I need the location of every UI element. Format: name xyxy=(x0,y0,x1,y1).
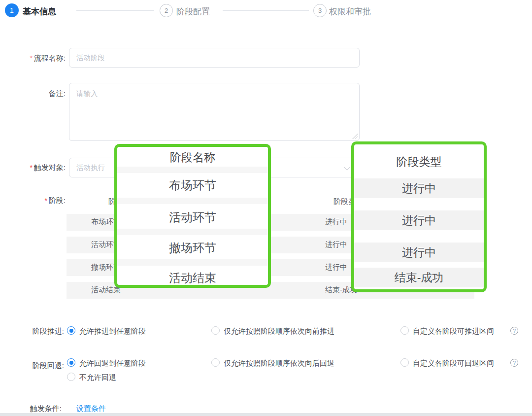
trigger-object-label: *触发对象: xyxy=(0,163,66,173)
step-connector-2 xyxy=(223,10,309,11)
stage-type-magnifier-callout: 阶段类型 进行中 进行中 进行中 结束-成功 xyxy=(351,141,487,292)
radio-advance-custom-label[interactable]: 自定义各阶段可推进区间 xyxy=(413,327,494,336)
callout-header: 阶段名称 xyxy=(117,150,268,165)
stage-label: *阶段: xyxy=(0,196,66,206)
callout-row: 布场环节 xyxy=(117,177,268,193)
stage-flow-wizard: 1 基本信息 2 阶段配置 3 权限和审批 *流程名称: 活动阶段 备注: 请输… xyxy=(0,0,532,416)
radio-rollback-any-label[interactable]: 允许回退到任意阶段 xyxy=(79,359,146,368)
resize-handle-icon[interactable] xyxy=(352,134,358,139)
help-icon[interactable]: ? xyxy=(510,359,518,367)
stage-advance-label: 阶段推进: xyxy=(0,327,64,336)
step-1-circle[interactable]: 1 xyxy=(5,3,19,17)
step-1-label[interactable]: 基本信息 xyxy=(23,6,56,17)
step-3-circle[interactable]: 3 xyxy=(313,4,327,17)
radio-rollback-sequential-label[interactable]: 仅允许按照阶段顺序依次向后回退 xyxy=(224,359,334,368)
radio-advance-custom[interactable] xyxy=(400,326,409,335)
required-asterisk: * xyxy=(30,164,32,172)
callout-row: 进行中 xyxy=(354,210,484,230)
radio-rollback-sequential[interactable] xyxy=(211,358,220,367)
callout-row: 活动环节 xyxy=(117,209,268,225)
step-3-label[interactable]: 权限和审批 xyxy=(329,6,371,17)
radio-advance-any[interactable] xyxy=(67,326,75,335)
step-2-circle[interactable]: 2 xyxy=(160,4,173,17)
callout-row: 进行中 xyxy=(354,243,484,262)
stage-type-cell: 进行中 xyxy=(325,240,347,249)
stripe xyxy=(117,229,268,235)
trigger-condition-label: 触发条件: xyxy=(0,404,62,414)
radio-advance-sequential-label[interactable]: 仅允许按照阶段顺序依次向前推进 xyxy=(224,327,334,336)
chevron-down-icon xyxy=(344,164,350,171)
process-name-input[interactable]: 活动阶段 xyxy=(69,48,360,68)
radio-rollback-any[interactable] xyxy=(67,358,75,367)
callout-row: 进行中 xyxy=(354,178,484,198)
help-icon[interactable]: ? xyxy=(510,327,518,335)
callout-row: 撤场环节 xyxy=(117,240,268,256)
radio-advance-any-label[interactable]: 允许推进到任意阶段 xyxy=(79,327,146,336)
radio-rollback-custom-label[interactable]: 自定义各阶段可回退区间 xyxy=(413,359,494,368)
trigger-object-value: 活动执行 xyxy=(76,163,105,173)
required-asterisk: * xyxy=(30,54,32,62)
stage-name-magnifier-callout: 阶段名称 布场环节 活动环节 撤场环节 活动结束 xyxy=(114,144,271,288)
stage-rollback-label: 阶段回退: xyxy=(0,361,64,371)
stage-type-cell: 进行中 xyxy=(325,217,347,227)
process-name-label: *流程名称: xyxy=(0,54,66,63)
process-name-placeholder: 活动阶段 xyxy=(76,53,105,63)
bottom-divider xyxy=(0,413,532,416)
remark-textarea[interactable]: 请输入 xyxy=(69,83,360,141)
set-condition-link[interactable]: 设置条件 xyxy=(76,404,106,414)
radio-rollback-none[interactable] xyxy=(67,373,75,381)
callout-row: 结束-成功 xyxy=(354,268,484,287)
radio-advance-sequential[interactable] xyxy=(211,326,220,335)
radio-rollback-custom[interactable] xyxy=(400,358,409,367)
stage-type-cell: 进行中 xyxy=(325,263,347,272)
step-2-label[interactable]: 阶段配置 xyxy=(176,6,210,17)
remark-label: 备注: xyxy=(0,89,66,99)
required-asterisk: * xyxy=(44,197,47,205)
radio-rollback-none-label[interactable]: 不允许回退 xyxy=(79,373,116,382)
stripe xyxy=(117,259,268,266)
callout-row: 活动结束 xyxy=(117,270,268,286)
remark-placeholder: 请输入 xyxy=(76,90,98,98)
stripe xyxy=(117,167,268,173)
callout-header: 阶段类型 xyxy=(354,154,484,170)
step-connector-1 xyxy=(76,10,154,11)
stripe xyxy=(117,198,268,204)
